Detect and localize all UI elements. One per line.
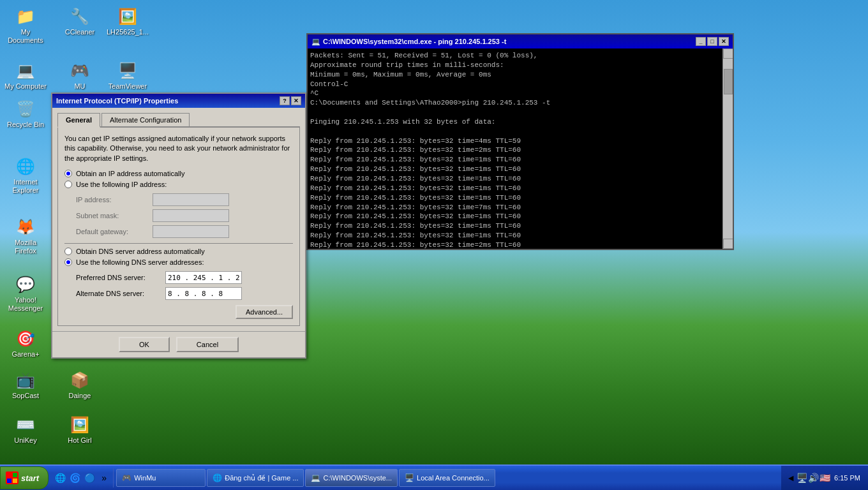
cmd-scrollbar[interactable]: ▲ ▼ bbox=[722, 48, 733, 249]
ok-button[interactable]: OK bbox=[119, 337, 170, 352]
winmu-icon: 🎮 bbox=[122, 473, 131, 482]
radio-dns-manual[interactable]: Use the following DNS server addresses: bbox=[64, 258, 293, 266]
radio-obtain-auto[interactable]: Obtain an IP address automatically bbox=[64, 170, 293, 177]
radio-dns-auto[interactable]: Obtain DNS server address automatically bbox=[64, 248, 293, 255]
dialog-help-button[interactable]: ? bbox=[280, 96, 290, 105]
default-gateway-row: Default gateway: bbox=[76, 225, 293, 238]
cmd-line-17: Reply from 210.245.1.253: bytes=32 time=… bbox=[310, 203, 720, 212]
radio-dns-manual-label: Use the following DNS server addresses: bbox=[76, 258, 204, 266]
quick-media-icon[interactable]: 🌀 bbox=[68, 471, 81, 484]
cmd-title-icon: 💻 bbox=[311, 38, 320, 46]
lh25625-icon: 🖼️ bbox=[117, 6, 138, 27]
subnet-mask-input[interactable] bbox=[153, 209, 229, 222]
dialog-close-button[interactable]: ✕ bbox=[291, 96, 301, 105]
quick-messenger-icon[interactable]: 🔵 bbox=[83, 471, 96, 484]
svg-rect-1 bbox=[13, 473, 17, 477]
desktop-icon-sopcast[interactable]: 📺 SopCast bbox=[3, 370, 48, 400]
cmd-line-7 bbox=[310, 108, 720, 117]
desktop-icon-recycle-bin[interactable]: 🗑️ Recycle Bin bbox=[3, 99, 48, 129]
default-gateway-input[interactable] bbox=[153, 225, 229, 238]
ip-address-input[interactable] bbox=[153, 193, 229, 206]
desktop-icon-firefox[interactable]: 🦊 Mozilla Firefox bbox=[3, 217, 48, 255]
info-text: You can get IP settings assigned automat… bbox=[64, 134, 293, 163]
cmd-line-9 bbox=[310, 127, 720, 137]
tray-sound-icon[interactable]: 🔊 bbox=[808, 473, 819, 483]
cancel-button[interactable]: Cancel bbox=[176, 337, 239, 352]
desktop-icon-lh25625[interactable]: 🖼️ LH25625_1... bbox=[105, 6, 150, 36]
taskbar-item-cmd[interactable]: 💻 C:\WINDOWS\syste... bbox=[305, 469, 398, 487]
my-documents-icon: 📁 bbox=[15, 6, 36, 27]
desktop-icon-hot-girl[interactable]: 🖼️ Hot Girl bbox=[57, 415, 102, 445]
cmd-window-buttons: _ □ ✕ bbox=[696, 37, 729, 46]
cmd-line-13: Reply from 210.245.1.253: bytes=32 time=… bbox=[310, 165, 720, 174]
start-windows-icon bbox=[6, 471, 19, 484]
taskbar-item-network[interactable]: 🖥️ Local Area Connectio... bbox=[399, 469, 495, 487]
cmd-line-20: Reply from 210.245.1.253: bytes=32 time=… bbox=[310, 231, 720, 241]
dialog-title-buttons: ? ✕ bbox=[280, 96, 301, 105]
cmd-scroll-up[interactable]: ▲ bbox=[723, 48, 733, 59]
tray-arrow-icon[interactable]: ◄ bbox=[786, 473, 795, 483]
desktop-icon-teamviewer[interactable]: 🖥️ TeamViewer bbox=[105, 61, 150, 91]
svg-rect-0 bbox=[7, 473, 11, 477]
my-computer-icon: 💻 bbox=[15, 61, 36, 81]
desktop-icon-my-documents[interactable]: 📁 My Documents bbox=[3, 6, 48, 45]
dialog-titlebar: Internet Protocol (TCP/IP) Properties ? … bbox=[52, 94, 305, 108]
advanced-button[interactable]: Advanced... bbox=[236, 305, 293, 319]
radio-use-following-ip[interactable]: Use the following IP address: bbox=[64, 181, 293, 188]
mu-icon: 🎮 bbox=[70, 61, 90, 81]
tray-lang-icon[interactable]: 🇺🇸 bbox=[819, 473, 830, 483]
desktop-icon-garena[interactable]: 🎯 Garena+ bbox=[3, 329, 48, 359]
quick-more-icon[interactable]: » bbox=[98, 471, 110, 484]
cmd-body[interactable]: Packets: Sent = 51, Received = 51, Lost … bbox=[308, 48, 733, 249]
radio-dns-manual-circle[interactable] bbox=[64, 258, 72, 266]
tray-icons-group: 🖥️ 🔊 🇺🇸 bbox=[797, 473, 830, 483]
ccleaner-icon: 🔧 bbox=[70, 6, 90, 27]
preferred-dns-label: Preferred DNS server: bbox=[76, 274, 165, 281]
taskbar-item-game[interactable]: 🌐 Đăng chủ đề | Game ... bbox=[207, 469, 304, 487]
preferred-dns-input[interactable] bbox=[165, 271, 242, 284]
tab-content-general: You can get IP settings assigned automat… bbox=[57, 128, 300, 326]
advanced-button-row: Advanced... bbox=[64, 305, 293, 319]
desktop-icon-unikey[interactable]: ⌨️ UniKey bbox=[3, 415, 48, 445]
dialog-bottom-buttons: OK Cancel bbox=[52, 331, 305, 357]
alternate-dns-input[interactable] bbox=[165, 287, 242, 300]
radio-obtain-auto-label: Obtain an IP address automatically bbox=[76, 170, 184, 177]
svg-rect-2 bbox=[7, 479, 11, 483]
subnet-mask-row: Subnet mask: bbox=[76, 209, 293, 222]
cmd-line-6: C:\Documents and Settings\AThao2000>ping… bbox=[310, 98, 720, 108]
radio-use-following-ip-circle[interactable] bbox=[64, 181, 72, 188]
radio-dns-auto-circle[interactable] bbox=[64, 248, 72, 255]
recycle-bin-label: Recycle Bin bbox=[7, 121, 44, 129]
desktop-icon-mu[interactable]: 🎮 MU bbox=[57, 61, 102, 91]
ip-address-row: IP address: bbox=[76, 193, 293, 206]
cmd-minimize-button[interactable]: _ bbox=[696, 37, 706, 46]
cmd-line-18: Reply from 210.245.1.253: bytes=32 time=… bbox=[310, 212, 720, 221]
quick-ie-icon[interactable]: 🌐 bbox=[54, 471, 66, 484]
alternate-dns-label: Alternate DNS server: bbox=[76, 290, 165, 297]
cmd-scroll-thumb[interactable] bbox=[724, 69, 733, 94]
desktop-icon-ie[interactable]: 🌐 Internet Explorer bbox=[3, 156, 48, 195]
tab-general[interactable]: General bbox=[57, 113, 100, 128]
cmd-line-11: Reply from 210.245.1.253: bytes=32 time=… bbox=[310, 145, 720, 155]
cmd-scroll-down[interactable]: ▼ bbox=[723, 239, 733, 249]
ie-label: Internet Explorer bbox=[3, 178, 48, 195]
cmd-line-8: Pinging 210.245.1.253 with 32 bytes of d… bbox=[310, 117, 720, 127]
game-icon: 🌐 bbox=[213, 473, 222, 482]
cmd-line-21: Reply from 210.245.1.253: bytes=32 time=… bbox=[310, 241, 720, 249]
start-button[interactable]: start bbox=[0, 466, 49, 489]
desktop-icon-yahoo[interactable]: 💬 Yahoo! Messenger bbox=[3, 274, 48, 313]
unikey-label: UniKey bbox=[14, 436, 36, 445]
cmd-maximize-button[interactable]: □ bbox=[707, 37, 717, 46]
desktop-icon-dainge[interactable]: 📦 Dainge bbox=[57, 370, 102, 400]
cmd-line-15: Reply from 210.245.1.253: bytes=32 time=… bbox=[310, 184, 720, 193]
taskbar-item-winmu[interactable]: 🎮 WinMu bbox=[116, 469, 206, 487]
cmd-close-button[interactable]: ✕ bbox=[719, 37, 729, 46]
ip-address-radio-group: Obtain an IP address automatically Use t… bbox=[64, 170, 293, 188]
radio-obtain-auto-circle[interactable] bbox=[64, 170, 72, 177]
tray-network-icon[interactable]: 🖥️ bbox=[797, 473, 807, 483]
garena-icon: 🎯 bbox=[15, 329, 36, 349]
desktop-icon-my-computer[interactable]: 💻 My Computer bbox=[3, 61, 48, 91]
tab-alternate-config[interactable]: Alternate Configuration bbox=[101, 113, 190, 126]
desktop-icon-ccleaner[interactable]: 🔧 CCleaner bbox=[57, 6, 102, 36]
svg-rect-3 bbox=[13, 479, 17, 483]
